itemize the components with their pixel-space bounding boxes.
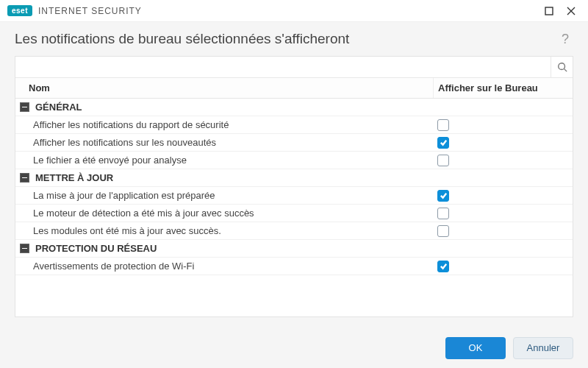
search-input[interactable]	[15, 57, 551, 77]
ok-button[interactable]: OK	[445, 337, 506, 359]
setting-row: La mise à jour de l'application est prép…	[15, 187, 573, 205]
help-icon: ?	[562, 32, 569, 46]
setting-label: La mise à jour de l'application est prép…	[33, 190, 215, 201]
maximize-icon	[545, 7, 553, 15]
setting-row: Afficher les notifications du rapport de…	[15, 116, 573, 134]
dialog-footer: OK Annuler	[0, 328, 588, 368]
brand-badge: eset	[7, 5, 32, 16]
show-on-desktop-checkbox[interactable]	[437, 225, 449, 237]
group-label: PROTECTION DU RÉSEAU	[35, 243, 157, 254]
group-row[interactable]: GÉNÉRAL	[15, 99, 573, 116]
search-icon	[557, 62, 567, 72]
setting-label: Le moteur de détection a été mis à jour …	[33, 208, 254, 219]
cancel-button[interactable]: Annuler	[513, 337, 573, 359]
collapse-icon	[20, 102, 29, 112]
setting-label: Avertissements de protection de Wi-Fi	[33, 261, 194, 272]
help-button[interactable]: ?	[557, 29, 573, 50]
group-label: METTRE À JOUR	[35, 172, 113, 183]
group-row[interactable]: PROTECTION DU RÉSEAU	[15, 240, 573, 258]
content-area: Nom Afficher sur le Bureau GÉNÉRALAffich…	[0, 56, 588, 325]
maximize-button[interactable]	[538, 0, 560, 22]
setting-row: Les modules ont été mis à jour avec succ…	[15, 222, 573, 240]
brand-product-text: INTERNET SECURITY	[38, 6, 142, 16]
svg-point-1	[558, 63, 564, 70]
show-on-desktop-checkbox[interactable]	[437, 137, 449, 149]
show-on-desktop-checkbox[interactable]	[437, 208, 449, 219]
setting-row: Le moteur de détection a été mis à jour …	[15, 205, 573, 222]
group-label: GÉNÉRAL	[35, 102, 82, 113]
search-row	[15, 57, 573, 78]
show-on-desktop-checkbox[interactable]	[437, 190, 449, 202]
settings-panel: Nom Afficher sur le Bureau GÉNÉRALAffich…	[15, 56, 573, 317]
setting-label: Les modules ont été mis à jour avec succ…	[33, 225, 221, 236]
show-on-desktop-checkbox[interactable]	[437, 261, 449, 272]
page-title: Les notifications de bureau sélectionnée…	[15, 31, 349, 47]
setting-label: Afficher les notifications du rapport de…	[33, 119, 229, 130]
collapse-icon	[20, 244, 29, 253]
show-on-desktop-checkbox[interactable]	[437, 155, 449, 166]
setting-label: Le fichier a été envoyé pour analyse	[33, 155, 187, 166]
rows-container: GÉNÉRALAfficher les notifications du rap…	[15, 99, 573, 275]
search-button[interactable]	[551, 57, 573, 77]
close-button[interactable]	[560, 0, 582, 22]
close-icon	[567, 7, 576, 15]
setting-row: Avertissements de protection de Wi-Fi	[15, 258, 573, 275]
setting-label: Afficher les notifications sur les nouve…	[33, 137, 216, 148]
setting-row: Le fichier a été envoyé pour analyse	[15, 152, 573, 169]
column-header-show[interactable]: Afficher sur le Bureau	[433, 78, 573, 98]
table-header: Nom Afficher sur le Bureau	[15, 78, 573, 99]
show-on-desktop-checkbox[interactable]	[437, 119, 449, 131]
page-header: Les notifications de bureau sélectionnée…	[0, 22, 588, 56]
titlebar: eset INTERNET SECURITY	[0, 0, 588, 22]
setting-row: Afficher les notifications sur les nouve…	[15, 134, 573, 152]
column-header-name[interactable]: Nom	[15, 82, 433, 93]
group-row[interactable]: METTRE À JOUR	[15, 169, 573, 187]
collapse-icon	[20, 173, 29, 183]
svg-rect-0	[545, 7, 553, 15]
